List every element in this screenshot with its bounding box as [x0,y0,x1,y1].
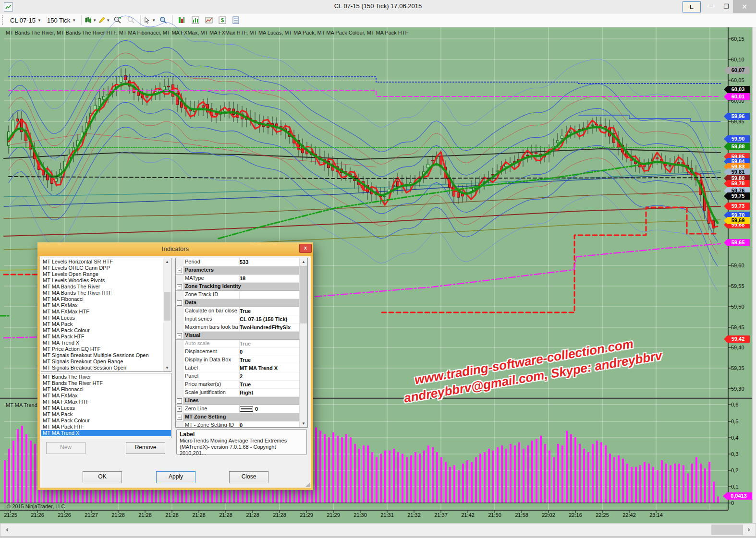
list-item[interactable]: MT Price Action EQ HTF [41,346,163,352]
available-list-scrollbar[interactable]: ▲ ▼ [163,258,171,371]
property-section-row[interactable]: −Lines [176,397,300,405]
list-item[interactable]: MT MA Fibonacci [41,386,171,393]
time-tick-label: 23:14 [649,512,663,518]
property-value[interactable]: TwoHundredFiftySix [240,323,299,331]
property-section-row[interactable]: −Zone Tracking Identity [176,283,300,291]
property-value[interactable]: True [240,340,299,347]
property-value[interactable] [240,291,299,299]
scroll-up-icon[interactable]: ▲ [163,258,171,265]
list-item[interactable]: MT Levels Woodies Pivots [41,277,163,284]
available-indicators-list[interactable]: MT Levels Horizontal SR HTFMT Levels OHL… [41,258,171,372]
list-item[interactable]: MT MA Trend X [41,430,171,436]
remove-button[interactable]: Remove [126,442,165,454]
property-value[interactable]: MT MA Trend X [240,364,299,372]
scroll-down-icon[interactable]: ▼ [163,364,171,371]
property-section-row[interactable]: −MT Zone Setting [176,413,300,421]
collapse-icon[interactable]: − [177,398,182,404]
list-item[interactable]: MT Bands The River HTF [41,380,171,386]
property-row[interactable]: Price marker(s)True [176,381,300,389]
property-row[interactable]: +Zero Line0 [176,405,300,413]
property-section-row[interactable]: −Data [176,299,300,307]
list-item[interactable]: MT MA FXMax HTF [41,399,171,405]
collapse-icon[interactable]: − [177,415,182,420]
property-value[interactable]: True [240,307,299,315]
property-row[interactable]: Display in Data BoxTrue [176,356,300,364]
collapse-icon[interactable]: − [177,268,182,273]
property-row[interactable]: LabelMT MA Trend X [176,364,300,372]
list-item[interactable]: MT Signals Breakout Multiple Sessions Op… [41,352,163,359]
indicators-dialog: Indicators x MT Levels Horizontal SR HTF… [37,242,313,490]
property-value[interactable]: CL 07-15 (150 Tick) [240,315,299,323]
collapse-icon[interactable]: − [177,300,182,306]
scroll-left-icon[interactable]: ‹ [1,524,13,536]
property-value[interactable]: 0 [240,405,299,413]
dialog-titlebar[interactable]: Indicators x [37,242,313,256]
scroll-up-icon[interactable]: ▲ [300,258,307,265]
property-row[interactable]: Calculate on bar closeTrue [176,307,300,315]
list-item[interactable]: MT MA Pack HTF [41,334,163,340]
property-row[interactable]: Input seriesCL 07-15 (150 Tick) [176,315,300,323]
list-item[interactable]: MT MA Lucas [41,405,171,411]
collapse-icon[interactable]: − [177,333,182,338]
list-item[interactable]: MT MA Lucas [41,315,163,321]
list-item[interactable]: MT MA Bands The River [41,284,163,290]
property-row[interactable]: Displacement0 [176,348,300,356]
list-item[interactable]: MT MA Pack Colour [41,327,163,334]
dialog-close-button[interactable]: x [299,244,312,253]
horizontal-scrollbar[interactable]: ‹ › [0,523,756,537]
property-section-row[interactable]: −Visual [176,332,300,340]
apply-button[interactable]: Apply [156,471,195,483]
list-item[interactable]: MT Levels Horizontal SR HTF [41,259,163,265]
list-item[interactable]: MT MA Pack [41,411,171,418]
property-value[interactable]: 18 [240,275,299,282]
list-item[interactable]: MT MA Fibonacci [41,296,163,302]
property-value[interactable]: True [240,381,299,388]
list-item[interactable]: MT Levels Open Range [41,271,163,277]
properties-grid[interactable]: Period533−ParametersMAType18−Zone Tracki… [175,258,308,428]
property-name: Price marker(s) [185,381,238,388]
list-item[interactable]: MT MA FXMax [41,302,163,309]
close-dialog-button[interactable]: Close [229,471,268,483]
list-item[interactable]: MT MA FXMax HTF [41,309,163,315]
property-row[interactable]: Panel2 [176,372,300,381]
scroll-down-icon[interactable]: ▼ [300,420,307,427]
property-value[interactable]: 0 [240,348,299,356]
list-item[interactable]: MT Bands The River [41,374,171,380]
properties-scrollbar[interactable]: ▲ ▼ [299,258,307,427]
price-tick-label: 59,35 [731,365,753,371]
list-item[interactable]: MT MA Pack HTF [41,424,171,430]
property-value[interactable]: 0 [240,421,299,428]
property-value[interactable]: 533 [240,258,299,266]
list-item[interactable]: MT MA Trend X [41,340,163,346]
ok-button[interactable]: OK [83,471,122,483]
price-marker: 59,90 [724,135,750,143]
list-item[interactable]: MT Signals Breakout Session Open [41,365,163,371]
list-item[interactable]: MT MA Pack [41,321,163,327]
time-tick-label: 21:27 [85,512,98,518]
property-value[interactable]: True [240,356,299,364]
property-row[interactable]: Maximum bars look baTwoHundredFiftySix [176,323,300,332]
resize-grip[interactable] [305,482,310,487]
collapse-icon[interactable]: − [177,284,182,289]
property-row[interactable]: MAType18 [176,275,300,283]
list-item[interactable]: MT MA FXMax [41,393,171,399]
list-item[interactable]: MT MA Pack Colour [41,418,171,424]
scroll-right-icon[interactable]: › [743,524,755,536]
scrollbar-thumb[interactable] [300,266,307,323]
property-value[interactable]: Right [240,389,299,396]
property-value[interactable]: 2 [240,372,299,380]
property-row[interactable]: Auto scaleTrue [176,340,300,348]
list-item[interactable]: MT Levels OHLC Gann DPP [41,265,163,271]
property-row[interactable]: Zone Track ID [176,291,300,299]
scrollbar-thumb[interactable] [164,292,171,321]
new-button[interactable]: New [46,442,85,454]
scrollbar-thumb[interactable] [711,525,743,535]
property-row[interactable]: Period533 [176,258,300,266]
property-row[interactable]: Scale justificationRight [176,389,300,397]
applied-indicators-list[interactable]: MT Bands The RiverMT Bands The River HTF… [41,373,171,438]
list-item[interactable]: MT MA Bands The River HTF [41,290,163,296]
property-section-row[interactable]: −Parameters [176,266,300,275]
list-item[interactable]: MT Signals Breakout Open Range [41,359,163,365]
property-row[interactable]: MT - Zone Setting ID0 [176,421,300,428]
expand-icon[interactable]: + [177,406,182,412]
